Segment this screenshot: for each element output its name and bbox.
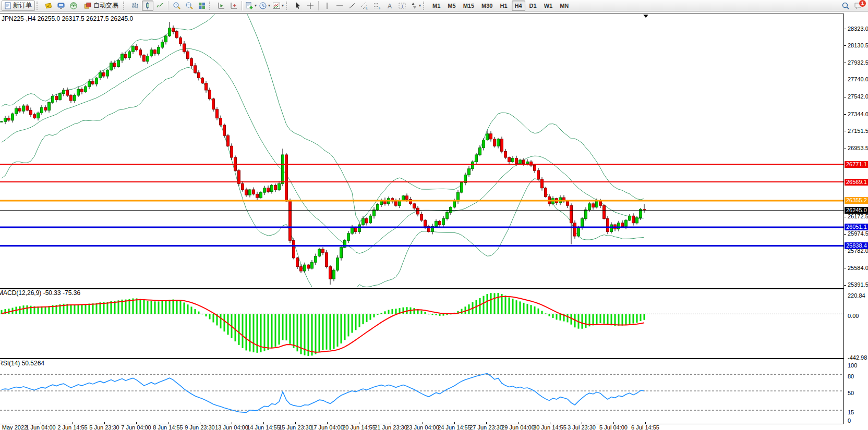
auto-scroll-icon [217,2,225,10]
macd-axis-min: -442.98 [848,354,867,361]
bollinger-band-upper [2,14,644,223]
date-tick [550,422,550,424]
new-order-button[interactable]: 新订单 [2,1,35,11]
date-label: 29 Jun 04:00 [501,424,535,430]
price-tick-dash [844,268,846,268]
main-toolbar: 新订单 自动交易 ▾ ▾ [0,0,868,11]
price-tick-label: 27151.5 [848,128,868,134]
rsi-canvas[interactable] [0,359,843,423]
candlestick-chart-button[interactable] [142,1,153,11]
terminal-button[interactable] [55,1,67,11]
date-tick [486,422,487,424]
tile-windows-button[interactable] [196,1,208,11]
price-tick-dash [844,45,846,46]
chart-shift-marker[interactable] [643,15,648,18]
bar-chart-icon [131,2,139,10]
toolbar-separator [168,1,169,10]
time-axis[interactable]: May 20221 Jun 04:002 Jun 14:555 Jun 23:3… [0,424,843,430]
indicators-icon [245,2,254,10]
timeframe-m1[interactable]: M1 [429,1,443,11]
periods-button[interactable]: ▾ [258,1,271,11]
price-axis[interactable]: 28323.028130.527932.527740.027542.027344… [843,14,868,424]
macd-canvas[interactable] [0,289,843,357]
auto-scroll-button[interactable] [215,1,227,11]
timeframe-m15[interactable]: M15 [460,1,477,11]
rsi-pane[interactable] [0,359,843,424]
fibonacci-button[interactable]: F [371,1,383,11]
price-tick-dash [844,285,846,286]
notifications-button[interactable]: 1 [852,1,864,11]
timeframe-h1[interactable]: H1 [497,1,510,11]
date-tick [359,422,359,424]
text-button[interactable]: A [384,1,395,11]
price-tick-label: 27740.0 [848,76,868,82]
toolbar-grip [423,2,427,10]
toolbar-grip [209,2,213,10]
svg-text:F: F [379,6,381,10]
crosshair-button[interactable] [305,1,316,11]
price-tick-label: 28323.0 [848,26,868,32]
price-tick-label: 26953.5 [848,145,868,151]
horizontal-line-button[interactable] [334,1,345,11]
equidistant-channel-button[interactable]: E [359,1,370,11]
price-tick-dash [844,29,846,29]
price-chart-canvas[interactable] [0,14,843,287]
dropdown-arrow-icon: ▾ [268,3,270,8]
date-tick [613,422,614,424]
timeframe-m30[interactable]: M30 [478,1,496,11]
rsi-line [2,374,644,413]
price-tick-label: 27932.5 [848,59,868,66]
bar-chart-button[interactable] [129,1,141,11]
chart-window[interactable]: JPN225-,H4 26255.0 26317.5 26217.5 26245… [0,11,868,430]
date-label: 5 Jun 23:30 [89,424,119,430]
zoom-in-button[interactable] [171,1,183,11]
auto-trading-button[interactable]: 自动交易 [80,1,122,11]
date-tick [104,422,105,424]
timeframe-d1[interactable]: D1 [526,1,540,11]
current-price-label: 26245.0 [845,207,868,214]
timeframe-h4[interactable]: H4 [512,1,525,11]
macd-pane[interactable] [0,289,843,359]
signals-icon [69,2,78,10]
text-label-button[interactable]: T [396,1,408,11]
date-tick [454,422,455,424]
notification-badge: 1 [859,0,866,7]
price-tick-label: 28130.5 [848,42,868,48]
date-label: 14 Jun 14:55 [247,424,280,430]
zoom-out-button[interactable] [184,1,195,11]
date-label: 23 Jun 04:00 [406,424,439,430]
price-tick-dash [844,97,846,97]
cursor-button[interactable] [292,1,304,11]
trendline-button[interactable] [346,1,358,11]
zoom-out-icon [185,2,194,10]
arrows-button[interactable]: ▾ [409,1,421,11]
search-icon [841,2,850,10]
line-chart-icon [156,2,164,10]
timeframe-m5[interactable]: M5 [444,1,459,11]
templates-button[interactable]: ▾ [272,1,284,11]
market-watch-icon [44,2,53,10]
timeframe-mn[interactable]: MN [557,1,572,11]
price-tick-dash [844,114,846,115]
signals-button[interactable] [68,1,79,11]
date-tick [168,422,168,424]
svg-text:T: T [401,3,404,8]
hline-price-label: 26771.1 [845,161,868,168]
price-tick-dash [844,63,846,63]
line-chart-button[interactable] [154,1,166,11]
rsi-axis-label: 100 [848,362,857,368]
main-chart-pane[interactable] [0,14,843,289]
market-watch-button[interactable] [43,1,54,11]
text-icon: A [385,2,394,10]
price-tick-dash [844,149,846,149]
timeframe-w1[interactable]: W1 [541,1,556,11]
indicators-button[interactable]: ▾ [245,1,257,11]
date-tick [327,422,328,424]
price-tick-label: 27344.0 [848,111,868,117]
date-label: 8 Jun 14:55 [153,424,183,430]
date-label: 6 Jul 14:55 [631,424,659,430]
rsi-label: RSI(14) 50.5264 [0,360,44,367]
chart-shift-button[interactable] [228,1,239,11]
vertical-line-button[interactable] [321,1,333,11]
search-button[interactable] [840,1,851,11]
